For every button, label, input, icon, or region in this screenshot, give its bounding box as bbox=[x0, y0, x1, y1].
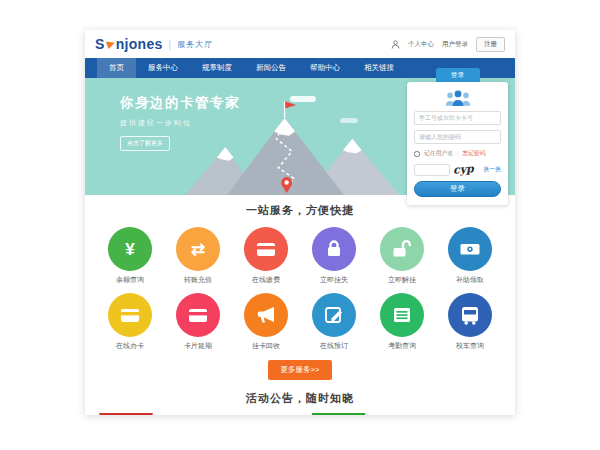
service-circle bbox=[108, 293, 152, 337]
service-circle bbox=[244, 293, 288, 337]
captcha-image[interactable]: cyp bbox=[453, 162, 475, 176]
service-card-extension[interactable]: 卡片延期 bbox=[164, 293, 232, 351]
banknote-icon bbox=[458, 237, 482, 261]
service-attendance-inquiry[interactable]: 考勤查询 bbox=[368, 293, 436, 351]
hero-subtitle: 提供捷径一步到位 bbox=[120, 118, 240, 128]
edit-icon bbox=[322, 303, 346, 327]
service-online-booking[interactable]: 在线预订 bbox=[300, 293, 368, 351]
service-transfer-recharge[interactable]: ⇄ 转账充值 bbox=[164, 227, 232, 285]
service-circle bbox=[312, 293, 356, 337]
register-button[interactable]: 注册 bbox=[476, 37, 505, 52]
login-panel: 登录 记住用户名 | 忘记密码 bbox=[407, 68, 508, 205]
unlock-icon bbox=[390, 237, 414, 261]
top-links: 个人中心 用户登录 注册 bbox=[391, 37, 505, 52]
transfer-arrows-icon: ⇄ bbox=[191, 241, 205, 258]
yen-icon: ¥ bbox=[125, 241, 134, 258]
password-input[interactable] bbox=[414, 130, 501, 144]
logo-divider: | bbox=[169, 39, 172, 50]
logo[interactable]: S njones | 服务大厅 bbox=[95, 36, 213, 52]
list-icon bbox=[390, 303, 414, 327]
services-grid: ¥ 余额查询 ⇄ 转账充值 在线缴费 bbox=[85, 227, 515, 351]
service-circle bbox=[176, 293, 220, 337]
portal-name: 服务大厅 bbox=[177, 39, 213, 50]
service-online-payment[interactable]: 在线缴费 bbox=[232, 227, 300, 285]
remember-label: 记住用户名 bbox=[424, 149, 453, 158]
hero-title: 你身边的卡管专家 bbox=[120, 94, 240, 112]
services-section: 一站服务，方便快捷 ¥ 余额查询 ⇄ 转账充值 bbox=[85, 195, 515, 380]
nav-item-news[interactable]: 新闻公告 bbox=[244, 58, 298, 78]
tab-usage-guide-red[interactable]: 使用指南 bbox=[99, 413, 153, 415]
hero-cta-button[interactable]: 点击了解更多 bbox=[120, 136, 170, 151]
announcements-section: 活动公告，随时知晓 使用指南 最新公告 更多>> 使用指南 更多>> bbox=[85, 380, 515, 415]
remember-checkbox[interactable] bbox=[414, 151, 420, 157]
services-title: 一站服务，方便快捷 bbox=[85, 203, 515, 218]
captcha-input[interactable] bbox=[414, 164, 450, 176]
login-form: 记住用户名 | 忘记密码 cyp 换一换 登录 bbox=[407, 82, 508, 205]
service-circle bbox=[312, 227, 356, 271]
service-circle bbox=[448, 293, 492, 337]
announcements-title: 活动公告，随时知晓 bbox=[85, 391, 515, 406]
tab-usage-guide-green[interactable]: 使用指南 bbox=[312, 413, 366, 415]
nav-item-rules[interactable]: 规章制度 bbox=[190, 58, 244, 78]
service-circle bbox=[380, 293, 424, 337]
service-online-card-apply[interactable]: 在线办卡 bbox=[96, 293, 164, 351]
service-circle: ⇄ bbox=[176, 227, 220, 271]
remember-row: 记住用户名 | 忘记密码 bbox=[414, 149, 501, 158]
username-input[interactable] bbox=[414, 111, 501, 125]
forgot-password-link[interactable]: 忘记密码 bbox=[463, 149, 486, 158]
personal-center-link[interactable]: 个人中心 bbox=[408, 40, 434, 49]
service-circle: ¥ bbox=[108, 227, 152, 271]
megaphone-icon bbox=[254, 303, 278, 327]
hero-banner: 你身边的卡管专家 提供捷径一步到位 点击了解更多 登录 bbox=[85, 78, 515, 195]
bus-icon bbox=[458, 303, 482, 327]
credit-card-icon bbox=[118, 303, 142, 327]
logo-arrow-icon bbox=[106, 39, 116, 49]
lock-icon bbox=[322, 237, 346, 261]
nav-item-links[interactable]: 相关链接 bbox=[352, 58, 406, 78]
text-divider: | bbox=[457, 151, 459, 157]
nav-item-service-center[interactable]: 服务中心 bbox=[136, 58, 190, 78]
credit-card-icon bbox=[254, 237, 278, 261]
user-login-link[interactable]: 用户登录 bbox=[442, 40, 468, 49]
service-circle bbox=[380, 227, 424, 271]
service-unlock-card[interactable]: 立即解挂 bbox=[368, 227, 436, 285]
logo-text-left: S bbox=[95, 36, 105, 52]
nav-item-help-center[interactable]: 帮助中心 bbox=[298, 58, 352, 78]
service-circle bbox=[244, 227, 288, 271]
service-subsidy-collection[interactable]: 补助领取 bbox=[436, 227, 504, 285]
login-tab[interactable]: 登录 bbox=[436, 68, 480, 82]
nav-item-home[interactable]: 首页 bbox=[97, 58, 136, 78]
service-circle bbox=[448, 227, 492, 271]
captcha-row: cyp 换一换 bbox=[414, 163, 501, 176]
credit-card-icon bbox=[186, 303, 210, 327]
service-school-bus-inquiry[interactable]: 校车查询 bbox=[436, 293, 504, 351]
logo-text-right: njones bbox=[116, 36, 163, 52]
more-services-button[interactable]: 更多服务>> bbox=[268, 360, 333, 380]
captcha-refresh-link[interactable]: 换一换 bbox=[484, 165, 501, 174]
hero-text: 你身边的卡管专家 提供捷径一步到位 点击了解更多 bbox=[120, 94, 240, 151]
user-icon bbox=[391, 40, 400, 49]
service-hall-page: S njones | 服务大厅 个人中心 用户登录 注册 首页 服务中心 规章制… bbox=[85, 30, 515, 415]
login-submit-button[interactable]: 登录 bbox=[414, 181, 501, 197]
users-icon bbox=[442, 89, 474, 106]
service-balance-inquiry[interactable]: ¥ 余额查询 bbox=[96, 227, 164, 285]
top-bar: S njones | 服务大厅 个人中心 用户登录 注册 bbox=[85, 30, 515, 58]
service-card-recycle[interactable]: 挂卡回收 bbox=[232, 293, 300, 351]
service-report-loss[interactable]: 立即挂失 bbox=[300, 227, 368, 285]
